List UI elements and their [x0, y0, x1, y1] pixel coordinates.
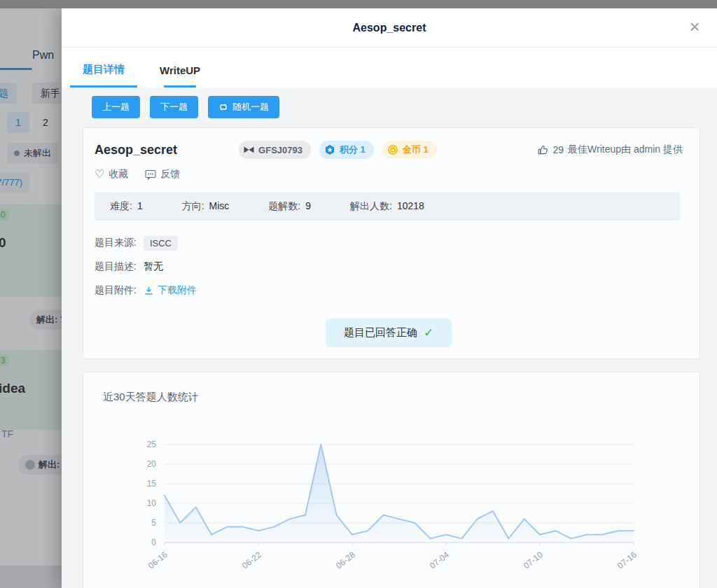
svg-text:06-28: 06-28 — [334, 550, 357, 570]
prev-challenge-button[interactable]: 上一题 — [92, 96, 140, 118]
thumbs-up-icon — [537, 144, 549, 156]
meta-attachment-row: 题目附件: 下载附件 — [95, 279, 683, 302]
best-writeup-likes[interactable]: 29 最佳Writeup由 admin 提供 — [537, 144, 683, 156]
svg-text:15: 15 — [147, 479, 157, 489]
shuffle-icon — [218, 102, 228, 112]
source-tag: ISCC — [144, 236, 178, 251]
challenge-meta: 题目来源: ISCC 题目描述: 暂无 题目附件: — [95, 231, 683, 302]
tab-writeup[interactable]: WriteUP — [160, 64, 200, 88]
page-root: Pwn 上题 新手 1 2 未解出 47/777) 0 0 解出: 700 3 … — [0, 0, 717, 588]
modal-overlay — [0, 8, 62, 588]
challenge-title-row: Aesop_secret GFSJ0793 — [95, 141, 683, 159]
answer-stats-chart: 051015202506-1606-2206-2807-0407-1007-16 — [95, 430, 704, 581]
feedback-bubble-icon — [145, 169, 156, 180]
challenge-id-badge: GFSJ0793 — [239, 141, 311, 159]
challenge-name: Aesop_secret — [95, 143, 177, 158]
download-attachment-link[interactable]: 下载附件 — [144, 284, 197, 297]
modal-header: Aesop_secret × — [62, 8, 717, 48]
modal-tabs: 题目详情 WriteUP — [62, 48, 717, 88]
challenge-nav-row: 上一题 下一题 随机一题 — [92, 96, 700, 118]
svg-text:25: 25 — [147, 440, 157, 449]
gold-coin-icon — [387, 144, 398, 155]
svg-text:20: 20 — [147, 459, 157, 469]
svg-text:06-16: 06-16 — [146, 550, 169, 570]
active-tab-indicator — [70, 85, 137, 88]
modal-title: Aesop_secret — [353, 22, 426, 34]
challenge-stats-bar: 难度: 1 方向: Misc 题解数: 9 解出人数: 10218 — [95, 192, 680, 220]
download-icon — [144, 286, 154, 296]
svg-text:0: 0 — [151, 538, 156, 547]
tab-challenge-details[interactable]: 题目详情 — [83, 63, 125, 88]
stat-difficulty: 难度: 1 — [110, 200, 143, 213]
svg-text:06-22: 06-22 — [240, 550, 263, 570]
tab-indicator — [164, 85, 196, 88]
background-page: Pwn 上题 新手 1 2 未解出 47/777) 0 0 解出: 700 3 … — [0, 8, 62, 588]
meta-source-row: 题目来源: ISCC — [95, 231, 683, 255]
check-icon: ✓ — [424, 327, 433, 339]
challenge-badges: GFSJ0793 积分 1 — [239, 141, 437, 159]
answer-stats-card: 近30天答题人数统计 051015202506-1606-2206-2807-0… — [83, 372, 700, 588]
platform-logo-icon — [244, 146, 254, 154]
favorite-feedback-row: ♡ 收藏 反馈 — [95, 168, 683, 181]
best-writeup-note: 最佳Writeup由 admin 提供 — [568, 144, 683, 156]
svg-text:07-10: 07-10 — [522, 550, 545, 570]
score-gem-icon — [324, 144, 335, 155]
score-badge: 积分 1 — [319, 141, 374, 159]
favorite-button[interactable]: ♡ 收藏 — [95, 168, 128, 181]
meta-description-row: 题目描述: 暂无 — [95, 255, 683, 279]
answer-status-row: 题目已回答正确 ✓ — [95, 318, 683, 347]
modal-body: 上一题 下一题 随机一题 Aesop_secret — [62, 88, 717, 588]
chart-title: 近30天答题人数统计 — [103, 391, 692, 404]
svg-text:10: 10 — [147, 498, 157, 508]
stat-category: 方向: Misc — [182, 200, 230, 213]
svg-text:5: 5 — [151, 518, 156, 528]
close-icon[interactable]: × — [683, 15, 706, 38]
browser-top-strip — [0, 0, 717, 8]
stat-writeup-count: 题解数: 9 — [268, 200, 311, 213]
stat-solver-count: 解出人数: 10218 — [350, 200, 424, 213]
random-challenge-button[interactable]: 随机一题 — [208, 96, 279, 118]
heart-icon: ♡ — [95, 169, 104, 180]
challenge-info-card: Aesop_secret GFSJ0793 — [83, 127, 700, 359]
coin-badge: 金币 1 — [382, 141, 437, 159]
answer-status-badge: 题目已回答正确 ✓ — [326, 318, 452, 347]
svg-text:07-04: 07-04 — [428, 550, 451, 570]
feedback-button[interactable]: 反馈 — [145, 168, 180, 181]
next-challenge-button[interactable]: 下一题 — [150, 96, 198, 118]
chart-container: 051015202506-1606-2206-2807-0407-1007-16 — [95, 430, 692, 584]
challenge-detail-modal: Aesop_secret × 题目详情 WriteUP 上一题 下一题 — [62, 8, 717, 588]
svg-text:07-16: 07-16 — [615, 550, 639, 570]
